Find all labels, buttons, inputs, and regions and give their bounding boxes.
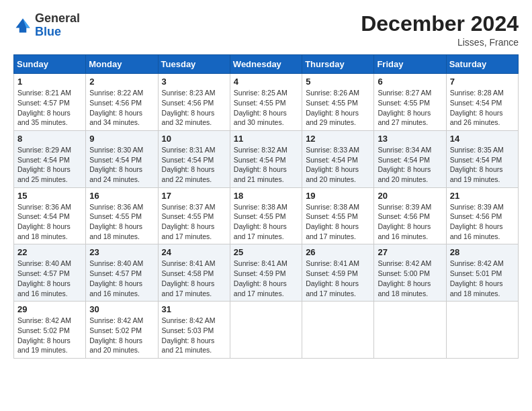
table-row: 27 Sunrise: 8:42 AM Sunset: 5:00 PM Dayl… <box>374 244 446 302</box>
day-info: Sunrise: 8:31 AM Sunset: 4:54 PM Dayligh… <box>162 145 226 185</box>
day-number: 13 <box>378 134 442 144</box>
table-row: 2 Sunrise: 8:22 AM Sunset: 4:56 PM Dayli… <box>86 74 158 131</box>
logo-general: General <box>35 12 80 26</box>
day-number: 31 <box>162 304 226 314</box>
day-number: 18 <box>234 191 298 201</box>
day-number: 6 <box>378 77 442 87</box>
day-number: 8 <box>17 134 82 144</box>
table-row: 30 Sunrise: 8:42 AM Sunset: 5:02 PM Dayl… <box>86 302 158 359</box>
table-row: 5 Sunrise: 8:26 AM Sunset: 4:55 PM Dayli… <box>302 74 374 131</box>
day-number: 24 <box>162 247 226 257</box>
table-row: 17 Sunrise: 8:37 AM Sunset: 4:55 PM Dayl… <box>158 187 230 244</box>
day-number: 2 <box>89 77 154 87</box>
day-info: Sunrise: 8:34 AM Sunset: 4:54 PM Dayligh… <box>378 145 442 185</box>
col-tuesday: Tuesday <box>158 55 230 74</box>
table-row: 4 Sunrise: 8:25 AM Sunset: 4:55 PM Dayli… <box>230 74 302 131</box>
table-row: 21 Sunrise: 8:39 AM Sunset: 4:56 PM Dayl… <box>446 187 518 244</box>
day-info: Sunrise: 8:26 AM Sunset: 4:55 PM Dayligh… <box>306 88 370 128</box>
day-info: Sunrise: 8:23 AM Sunset: 4:56 PM Dayligh… <box>162 88 226 128</box>
calendar-table: Sunday Monday Tuesday Wednesday Thursday… <box>13 54 519 359</box>
header: General Blue December 2024 Lisses, Franc… <box>13 12 519 48</box>
table-row: 13 Sunrise: 8:34 AM Sunset: 4:54 PM Dayl… <box>374 130 446 187</box>
day-info: Sunrise: 8:36 AM Sunset: 4:55 PM Dayligh… <box>89 202 154 242</box>
day-info: Sunrise: 8:21 AM Sunset: 4:57 PM Dayligh… <box>17 88 82 128</box>
day-number: 1 <box>17 77 82 87</box>
calendar-week-row: 15 Sunrise: 8:36 AM Sunset: 4:54 PM Dayl… <box>14 187 519 244</box>
day-info: Sunrise: 8:33 AM Sunset: 4:54 PM Dayligh… <box>306 145 370 185</box>
table-row <box>374 302 446 359</box>
table-row: 20 Sunrise: 8:39 AM Sunset: 4:56 PM Dayl… <box>374 187 446 244</box>
day-info: Sunrise: 8:40 AM Sunset: 4:57 PM Dayligh… <box>17 259 82 298</box>
day-info: Sunrise: 8:38 AM Sunset: 4:55 PM Dayligh… <box>234 202 298 242</box>
table-row: 3 Sunrise: 8:23 AM Sunset: 4:56 PM Dayli… <box>158 74 230 131</box>
day-number: 28 <box>450 247 515 257</box>
day-info: Sunrise: 8:42 AM Sunset: 5:03 PM Dayligh… <box>162 316 226 355</box>
logo: General Blue <box>13 12 80 39</box>
day-info: Sunrise: 8:41 AM Sunset: 4:59 PM Dayligh… <box>234 259 298 298</box>
table-row: 8 Sunrise: 8:29 AM Sunset: 4:54 PM Dayli… <box>14 130 86 187</box>
table-row: 6 Sunrise: 8:27 AM Sunset: 4:55 PM Dayli… <box>374 74 446 131</box>
table-row <box>446 302 518 359</box>
day-number: 10 <box>162 134 226 144</box>
calendar-week-row: 29 Sunrise: 8:42 AM Sunset: 5:02 PM Dayl… <box>14 302 519 359</box>
calendar-page: General Blue December 2024 Lisses, Franc… <box>0 0 532 411</box>
table-row: 16 Sunrise: 8:36 AM Sunset: 4:55 PM Dayl… <box>86 187 158 244</box>
table-row: 19 Sunrise: 8:38 AM Sunset: 4:55 PM Dayl… <box>302 187 374 244</box>
table-row: 15 Sunrise: 8:36 AM Sunset: 4:54 PM Dayl… <box>14 187 86 244</box>
day-number: 9 <box>89 134 154 144</box>
calendar-week-row: 8 Sunrise: 8:29 AM Sunset: 4:54 PM Dayli… <box>14 130 519 187</box>
day-info: Sunrise: 8:30 AM Sunset: 4:54 PM Dayligh… <box>89 145 154 185</box>
table-row: 18 Sunrise: 8:38 AM Sunset: 4:55 PM Dayl… <box>230 187 302 244</box>
table-row <box>230 302 302 359</box>
day-number: 21 <box>450 191 515 201</box>
day-number: 22 <box>17 247 82 257</box>
day-info: Sunrise: 8:42 AM Sunset: 5:02 PM Dayligh… <box>17 316 82 355</box>
day-number: 19 <box>306 191 370 201</box>
logo-blue: Blue <box>35 26 80 39</box>
day-info: Sunrise: 8:41 AM Sunset: 4:58 PM Dayligh… <box>162 259 226 298</box>
table-row: 29 Sunrise: 8:42 AM Sunset: 5:02 PM Dayl… <box>14 302 86 359</box>
day-number: 7 <box>450 77 515 87</box>
location: Lisses, France <box>361 37 519 48</box>
day-info: Sunrise: 8:40 AM Sunset: 4:57 PM Dayligh… <box>89 259 154 298</box>
day-info: Sunrise: 8:39 AM Sunset: 4:56 PM Dayligh… <box>378 202 442 242</box>
day-info: Sunrise: 8:25 AM Sunset: 4:55 PM Dayligh… <box>234 88 298 128</box>
day-number: 25 <box>234 247 298 257</box>
day-number: 5 <box>306 77 370 87</box>
col-saturday: Saturday <box>446 55 518 74</box>
day-number: 3 <box>162 77 226 87</box>
day-number: 20 <box>378 191 442 201</box>
calendar-week-row: 22 Sunrise: 8:40 AM Sunset: 4:57 PM Dayl… <box>14 244 519 302</box>
day-info: Sunrise: 8:36 AM Sunset: 4:54 PM Dayligh… <box>17 202 82 242</box>
table-row: 7 Sunrise: 8:28 AM Sunset: 4:54 PM Dayli… <box>446 74 518 131</box>
day-number: 11 <box>234 134 298 144</box>
col-monday: Monday <box>86 55 158 74</box>
day-number: 16 <box>89 191 154 201</box>
table-row: 22 Sunrise: 8:40 AM Sunset: 4:57 PM Dayl… <box>14 244 86 302</box>
calendar-header-row: Sunday Monday Tuesday Wednesday Thursday… <box>14 55 519 74</box>
table-row: 12 Sunrise: 8:33 AM Sunset: 4:54 PM Dayl… <box>302 130 374 187</box>
day-info: Sunrise: 8:41 AM Sunset: 4:59 PM Dayligh… <box>306 259 370 298</box>
day-number: 17 <box>162 191 226 201</box>
day-number: 14 <box>450 134 515 144</box>
table-row: 26 Sunrise: 8:41 AM Sunset: 4:59 PM Dayl… <box>302 244 374 302</box>
title-block: December 2024 Lisses, France <box>361 12 519 48</box>
table-row: 23 Sunrise: 8:40 AM Sunset: 4:57 PM Dayl… <box>86 244 158 302</box>
table-row: 24 Sunrise: 8:41 AM Sunset: 4:58 PM Dayl… <box>158 244 230 302</box>
day-info: Sunrise: 8:39 AM Sunset: 4:56 PM Dayligh… <box>450 202 515 242</box>
day-number: 29 <box>17 304 82 314</box>
day-info: Sunrise: 8:42 AM Sunset: 5:01 PM Dayligh… <box>450 259 515 298</box>
col-thursday: Thursday <box>302 55 374 74</box>
table-row <box>302 302 374 359</box>
day-info: Sunrise: 8:32 AM Sunset: 4:54 PM Dayligh… <box>234 145 298 185</box>
col-friday: Friday <box>374 55 446 74</box>
day-number: 23 <box>89 247 154 257</box>
day-info: Sunrise: 8:28 AM Sunset: 4:54 PM Dayligh… <box>450 88 515 128</box>
calendar-week-row: 1 Sunrise: 8:21 AM Sunset: 4:57 PM Dayli… <box>14 74 519 131</box>
month-title: December 2024 <box>361 12 519 36</box>
day-number: 26 <box>306 247 370 257</box>
day-info: Sunrise: 8:42 AM Sunset: 5:02 PM Dayligh… <box>89 316 154 355</box>
day-info: Sunrise: 8:38 AM Sunset: 4:55 PM Dayligh… <box>306 202 370 242</box>
logo-icon <box>13 16 32 35</box>
table-row: 1 Sunrise: 8:21 AM Sunset: 4:57 PM Dayli… <box>14 74 86 131</box>
